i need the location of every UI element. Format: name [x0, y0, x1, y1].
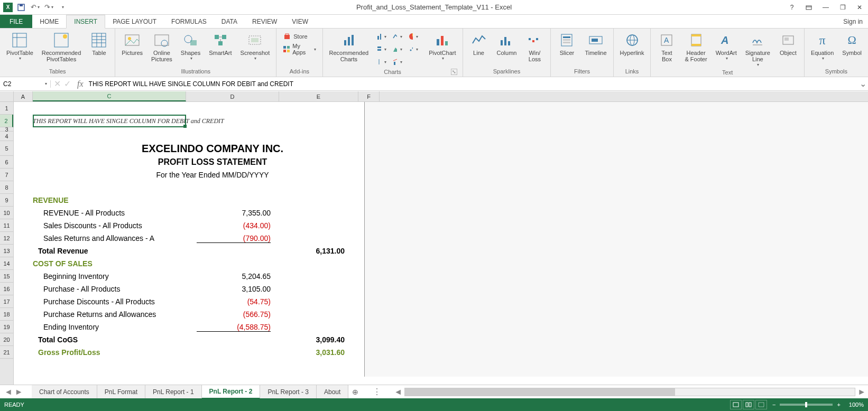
- scatter-chart-icon[interactable]: ▾: [407, 43, 420, 55]
- recommended-pivottables-button[interactable]: Recommended PivotTables: [40, 31, 84, 63]
- horizontal-scrollbar[interactable]: ◄ ►: [392, 387, 868, 397]
- undo-icon[interactable]: ↶▾: [30, 2, 40, 13]
- row-header[interactable]: 4: [0, 132, 13, 141]
- tab-view[interactable]: VIEW: [284, 15, 316, 28]
- row-header[interactable]: 15: [0, 270, 13, 283]
- tab-home[interactable]: HOME: [32, 15, 66, 28]
- zoom-level[interactable]: 100%: [849, 401, 864, 408]
- signature-line-button[interactable]: Signature Line▾: [743, 31, 772, 68]
- tab-review[interactable]: REVIEW: [245, 15, 284, 28]
- line-chart-icon[interactable]: ▾: [391, 31, 404, 42]
- row-header[interactable]: 5: [0, 141, 13, 156]
- textbox-button[interactable]: AText Box: [655, 31, 678, 63]
- sheet-tab[interactable]: PnL Format: [97, 385, 145, 399]
- combo-chart-icon[interactable]: ▾: [391, 56, 404, 68]
- new-sheet-button[interactable]: ⊕: [348, 388, 362, 396]
- row-header[interactable]: 1: [0, 102, 13, 115]
- recommended-charts-button[interactable]: Recommended Charts: [327, 31, 371, 63]
- fx-icon[interactable]: fx: [74, 79, 87, 89]
- tab-data[interactable]: DATA: [214, 15, 245, 28]
- col-header[interactable]: F: [358, 91, 380, 101]
- sheet-tab-active[interactable]: PnL Report - 2: [202, 385, 261, 399]
- qat-customize-icon[interactable]: ▾: [57, 2, 68, 13]
- area-chart-icon[interactable]: ▾: [391, 43, 404, 55]
- tab-insert[interactable]: INSERT: [66, 15, 105, 29]
- row-header[interactable]: 11: [0, 219, 13, 232]
- pivotchart-button[interactable]: PivotChart▾: [427, 31, 458, 62]
- charts-launcher-icon[interactable]: ⤡: [451, 69, 457, 75]
- symbol-button[interactable]: ΩSymbol: [840, 31, 864, 57]
- sheet-tab[interactable]: PnL Report - 3: [260, 385, 317, 399]
- sheet-tab[interactable]: About: [317, 385, 348, 399]
- row-header[interactable]: 17: [0, 295, 13, 308]
- sheet-nav-next-icon[interactable]: ►: [15, 387, 23, 397]
- myapps-button[interactable]: My Apps▾: [281, 43, 318, 55]
- ribbon-options-icon[interactable]: [802, 2, 815, 13]
- screenshot-button[interactable]: Screenshot▾: [238, 31, 272, 62]
- shapes-button[interactable]: Shapes▾: [179, 31, 202, 62]
- worksheet-grid[interactable]: 1 2 3 4 5 6 7 8 9 10 11 12 13 14 15 16 1…: [0, 91, 868, 385]
- col-header[interactable]: C: [33, 91, 186, 101]
- row-header[interactable]: 19: [0, 321, 13, 333]
- tab-formulas[interactable]: FORMULAS: [164, 15, 214, 28]
- scroll-thumb[interactable]: [405, 388, 675, 396]
- row-header[interactable]: 8: [0, 181, 13, 194]
- col-header[interactable]: A: [14, 91, 33, 101]
- timeline-button[interactable]: Timeline: [583, 31, 608, 57]
- equation-button[interactable]: πEquation▾: [809, 31, 836, 62]
- row-header[interactable]: 3: [0, 127, 13, 132]
- sparkline-line-button[interactable]: Line: [467, 31, 491, 57]
- tab-pagelayout[interactable]: PAGE LAYOUT: [105, 15, 164, 28]
- row-header[interactable]: 13: [0, 245, 13, 257]
- row-header[interactable]: 21: [0, 346, 13, 359]
- zoom-out-icon[interactable]: −: [772, 401, 775, 408]
- formula-expand-icon[interactable]: ⌄: [857, 79, 868, 89]
- enter-formula-icon[interactable]: ✓: [64, 79, 71, 89]
- smartart-button[interactable]: SmartArt: [207, 31, 234, 57]
- zoom-in-icon[interactable]: +: [837, 401, 840, 408]
- row-header[interactable]: 6: [0, 156, 13, 169]
- slicer-button[interactable]: Slicer: [555, 31, 578, 57]
- zoom-slider[interactable]: [780, 404, 833, 406]
- sheet-tab[interactable]: PnL Report - 1: [145, 385, 202, 399]
- formula-input[interactable]: [87, 80, 857, 88]
- row-header[interactable]: 10: [0, 207, 13, 219]
- sheet-nav-prev-icon[interactable]: ◄: [4, 387, 13, 397]
- scroll-left-icon[interactable]: ◄: [392, 387, 404, 397]
- normal-view-icon[interactable]: [730, 400, 742, 409]
- row-header[interactable]: 9: [0, 194, 13, 207]
- row-header[interactable]: 12: [0, 232, 13, 245]
- headerfooter-button[interactable]: Header & Footer: [682, 31, 709, 63]
- close-icon[interactable]: ✕: [853, 2, 866, 13]
- tab-file[interactable]: FILE: [0, 15, 32, 28]
- save-icon[interactable]: [16, 2, 26, 13]
- object-button[interactable]: Object: [777, 31, 800, 57]
- help-icon[interactable]: ?: [786, 2, 798, 13]
- redo-icon[interactable]: ↷▾: [43, 2, 54, 13]
- wordart-button[interactable]: AWordArt▾: [714, 31, 739, 62]
- row-header[interactable]: 16: [0, 283, 13, 295]
- sheet-tab[interactable]: Chart of Accounts: [32, 385, 97, 399]
- table-button[interactable]: Table: [87, 31, 110, 57]
- name-box[interactable]: C2▾: [0, 80, 51, 88]
- row-header[interactable]: 20: [0, 333, 13, 346]
- online-pictures-button[interactable]: Online Pictures: [149, 31, 174, 63]
- restore-icon[interactable]: ❐: [836, 2, 849, 13]
- pivottable-button[interactable]: PivotTable▾: [4, 31, 35, 62]
- row-header[interactable]: 7: [0, 169, 13, 181]
- pagelayout-view-icon[interactable]: [743, 400, 754, 409]
- stock-chart-icon[interactable]: ▾: [375, 56, 389, 68]
- sparkline-winloss-button[interactable]: Win/ Loss: [523, 31, 546, 63]
- cancel-formula-icon[interactable]: ✕: [54, 79, 61, 89]
- row-header[interactable]: 2: [0, 115, 13, 127]
- hyperlink-button[interactable]: Hyperlink: [618, 31, 647, 57]
- sparkline-column-button[interactable]: Column: [495, 31, 519, 57]
- column-chart-icon[interactable]: ▾: [375, 31, 389, 42]
- store-button[interactable]: Store: [281, 31, 318, 42]
- scroll-right-icon[interactable]: ►: [855, 387, 868, 397]
- row-header[interactable]: 18: [0, 308, 13, 321]
- select-all-corner[interactable]: [0, 91, 13, 102]
- pie-chart-icon[interactable]: ▾: [407, 31, 420, 42]
- tab-scroll-divider[interactable]: ⋮: [373, 387, 381, 397]
- bar-chart-icon[interactable]: ▾: [375, 43, 389, 55]
